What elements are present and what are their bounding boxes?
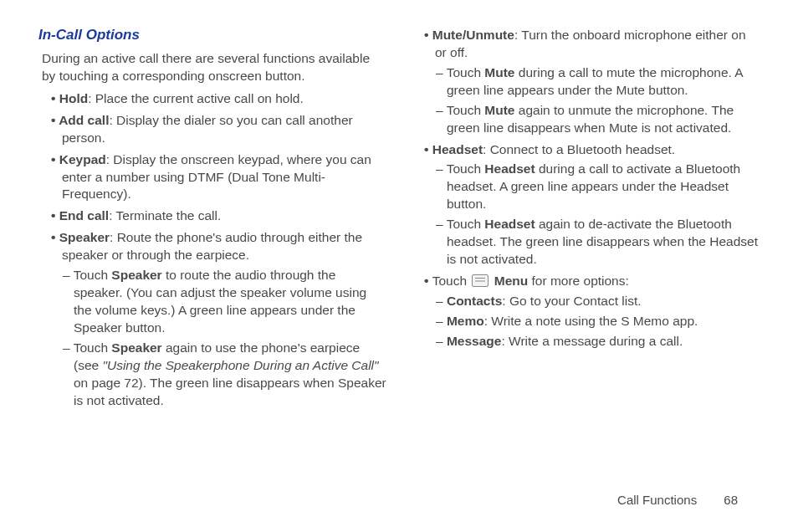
section-title: In-Call Options (38, 27, 386, 43)
sub-headset-1: Touch Headset during a call to activate … (412, 161, 760, 213)
label-headset-sub1: Headset (484, 161, 535, 176)
right-column: Mute/Unmute: Turn the onboard microphone… (412, 27, 760, 410)
text-part: Touch (447, 217, 485, 231)
label-endcall: End call (59, 208, 109, 223)
bullet-hold: Hold: Place the current active call on h… (38, 90, 386, 108)
label-mute-sub2: Mute (484, 103, 514, 117)
intro-text: During an active call there are several … (42, 50, 386, 85)
label-contacts: Contacts (447, 294, 502, 308)
text-contacts: : Go to your Contact list. (502, 294, 641, 308)
text-part: Touch (447, 65, 485, 79)
footer-section: Call Functions (617, 493, 697, 507)
menu-icon (472, 274, 489, 287)
text-part: for more options: (528, 274, 629, 288)
sub-message: Message: Write a message during a call. (412, 333, 760, 350)
left-column: In-Call Options During an active call th… (38, 27, 386, 410)
label-message: Message (447, 334, 501, 348)
label-headset-sub2: Headset (484, 217, 535, 231)
label-menu: Menu (494, 274, 528, 288)
sub-speaker-2: Touch Speaker again to use the phone's e… (38, 340, 386, 410)
sub-contacts: Contacts: Go to your Contact list. (412, 293, 760, 310)
sub-mute-2: Touch Mute again to unmute the microphon… (412, 102, 760, 137)
text-keypad: : Display the onscreen keypad, where you… (62, 152, 371, 202)
text-memo: : Write a note using the S Memo app. (484, 314, 698, 328)
page-number: 68 (724, 493, 738, 507)
bullet-endcall: End call: Terminate the call. (38, 207, 386, 225)
sub-headset-2: Touch Headset again to de-activate the B… (412, 216, 760, 269)
page-footer: Call Functions 68 (617, 493, 738, 507)
text-part: Touch (447, 103, 485, 117)
text-part: Touch (432, 274, 471, 288)
text-endcall: : Terminate the call. (109, 208, 221, 223)
bullet-menu: Touch Menu for more options: (412, 273, 760, 290)
text-part: on page 72). The green line disappears w… (74, 376, 386, 407)
bullet-keypad: Keypad: Display the onscreen keypad, whe… (38, 151, 386, 204)
text-hold: : Place the current active call on hold. (88, 91, 304, 105)
label-mute: Mute/Unmute (432, 28, 514, 42)
cross-ref: "Using the Speakerphone During an Active… (102, 358, 378, 372)
sub-mute-1: Touch Mute during a call to mute the mic… (412, 64, 760, 100)
text-headset: : Connect to a Bluetooth headset. (483, 142, 675, 156)
label-addcall: Add call (59, 113, 109, 127)
label-keypad: Keypad (59, 152, 106, 166)
label-speaker-sub2: Speaker (111, 340, 161, 355)
bullet-mute: Mute/Unmute: Turn the onboard microphone… (412, 27, 760, 62)
bullet-addcall: Add call: Display the dialer so you can … (38, 112, 386, 147)
bullet-speaker: Speaker: Route the phone's audio through… (38, 229, 386, 264)
label-speaker-sub1: Speaker (111, 268, 161, 282)
sub-speaker-1: Touch Speaker to route the audio through… (38, 267, 386, 337)
text-part: Touch (74, 340, 112, 355)
text-message: : Write a message during a call. (501, 334, 683, 348)
text-part: Touch (74, 268, 112, 282)
bullet-headset: Headset: Connect to a Bluetooth headset. (412, 141, 760, 159)
label-mute-sub1: Mute (484, 65, 514, 79)
label-memo: Memo (447, 314, 484, 328)
sub-memo: Memo: Write a note using the S Memo app. (412, 313, 760, 330)
label-speaker: Speaker (59, 230, 110, 244)
label-headset: Headset (432, 142, 483, 156)
text-part: Touch (447, 161, 485, 176)
label-hold: Hold (59, 91, 88, 105)
